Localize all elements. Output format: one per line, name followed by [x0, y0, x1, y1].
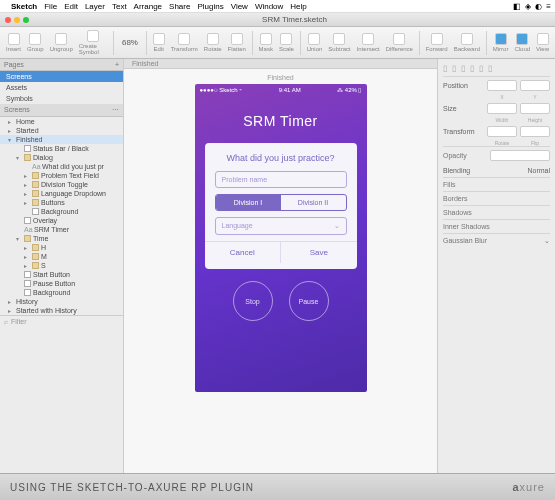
- tb-backward[interactable]: Backward: [452, 33, 482, 52]
- tb-forward[interactable]: Forward: [424, 33, 450, 52]
- tb-flatten[interactable]: Flatten: [225, 33, 247, 52]
- tb-cloud[interactable]: Cloud: [512, 33, 532, 52]
- tb-mirror[interactable]: Mirror: [491, 33, 511, 52]
- gaussian-blur-section[interactable]: Gaussian Blur ⌄: [443, 233, 550, 247]
- layer-row[interactable]: ▸Home: [0, 117, 123, 126]
- layer-row[interactable]: ▸Division Toggle: [0, 180, 123, 189]
- pos-x-field[interactable]: [487, 80, 517, 91]
- inspector-panel: ▯▯▯▯▯▯ Position XY Size WidthHeight Tran…: [437, 59, 555, 473]
- add-page-icon[interactable]: +: [115, 61, 119, 68]
- align-tools[interactable]: ▯▯▯▯▯▯: [443, 61, 550, 77]
- app-title: SRM Timer: [195, 113, 367, 129]
- filter-bar[interactable]: ⌕Filter: [0, 315, 123, 327]
- menu-window[interactable]: Window: [255, 2, 283, 11]
- layer-row[interactable]: ▸Problem Text Field: [0, 171, 123, 180]
- problem-name-field[interactable]: Problem name: [215, 171, 347, 188]
- tb-difference[interactable]: Difference: [384, 33, 415, 52]
- layer-row[interactable]: ▸S: [0, 261, 123, 270]
- layer-row[interactable]: Start Button: [0, 270, 123, 279]
- layer-row[interactable]: Background: [0, 207, 123, 216]
- dialog-heading: What did you just practice?: [215, 153, 347, 163]
- tb-group[interactable]: Group: [25, 33, 46, 52]
- position-label: Position: [443, 82, 468, 89]
- window-title: SRM Timer.sketch: [34, 15, 555, 24]
- layers-menu-icon[interactable]: ⋯: [112, 106, 119, 114]
- layer-row[interactable]: ▸Language Dropdown: [0, 189, 123, 198]
- pos-y-field[interactable]: [520, 80, 550, 91]
- artboard-label: Finished: [267, 71, 293, 84]
- fills-section[interactable]: Fills: [443, 177, 550, 191]
- rotate-field[interactable]: [487, 126, 517, 137]
- blend-mode-select[interactable]: Normal: [527, 167, 550, 174]
- save-button[interactable]: Save: [281, 242, 357, 263]
- zoom-window-button[interactable]: [23, 17, 29, 23]
- layer-row[interactable]: ▸History: [0, 297, 123, 306]
- dialog-card: What did you just practice? Problem name…: [205, 143, 357, 269]
- menu-plugins[interactable]: Plugins: [197, 2, 223, 11]
- tb-scale[interactable]: Scale: [277, 33, 296, 52]
- shadows-section[interactable]: Shadows: [443, 205, 550, 219]
- tb-view[interactable]: View: [534, 33, 551, 52]
- tb-rotate[interactable]: Rotate: [202, 33, 224, 52]
- layer-row[interactable]: ▸Started with History: [0, 306, 123, 315]
- opacity-slider[interactable]: [490, 150, 550, 161]
- tb-mask[interactable]: Mask: [257, 33, 275, 52]
- stop-button[interactable]: Stop: [233, 281, 273, 321]
- size-label: Size: [443, 105, 457, 112]
- page-screens[interactable]: Screens: [0, 71, 123, 82]
- width-field[interactable]: [487, 103, 517, 114]
- axure-logo: axure: [512, 481, 545, 493]
- division-1-option[interactable]: Division I: [216, 195, 281, 210]
- menu-help[interactable]: Help: [290, 2, 306, 11]
- layer-row[interactable]: ▸H: [0, 243, 123, 252]
- language-dropdown[interactable]: Language ⌄: [215, 217, 347, 235]
- height-field[interactable]: [520, 103, 550, 114]
- layer-row[interactable]: ▸Buttons: [0, 198, 123, 207]
- app-menu[interactable]: Sketch: [11, 2, 37, 11]
- tb-insert[interactable]: Insert: [4, 33, 23, 52]
- tb-intersect[interactable]: Intersect: [355, 33, 382, 52]
- tb-transform[interactable]: Transform: [169, 33, 200, 52]
- layer-row[interactable]: ▸M: [0, 252, 123, 261]
- tb-ungroup[interactable]: Ungroup: [48, 33, 75, 52]
- layer-row[interactable]: Background: [0, 288, 123, 297]
- menu-edit[interactable]: Edit: [64, 2, 78, 11]
- layer-row[interactable]: Status Bar / Black: [0, 144, 123, 153]
- layer-row[interactable]: ▾Time: [0, 234, 123, 243]
- menu-text[interactable]: Text: [112, 2, 127, 11]
- inner-shadows-section[interactable]: Inner Shadows: [443, 219, 550, 233]
- pause-button[interactable]: Pause: [289, 281, 329, 321]
- artboard-tab[interactable]: Finished: [124, 59, 437, 69]
- canvas-area[interactable]: Finished Finished ●●●●○ Sketch ⁃ 9:41 AM…: [124, 59, 437, 473]
- opacity-label: Opacity: [443, 152, 467, 159]
- minimize-window-button[interactable]: [14, 17, 20, 23]
- layer-row[interactable]: ▾Dialog: [0, 153, 123, 162]
- page-symbols[interactable]: Symbols: [0, 93, 123, 104]
- flip-field[interactable]: [520, 126, 550, 137]
- tb-subtract[interactable]: Subtract: [326, 33, 352, 52]
- division-2-option[interactable]: Division II: [281, 195, 346, 210]
- tb-edit[interactable]: Edit: [151, 33, 167, 52]
- blending-label: Blending: [443, 167, 470, 174]
- menu-arrange[interactable]: Arrange: [134, 2, 162, 11]
- menu-view[interactable]: View: [231, 2, 248, 11]
- artboard-phone[interactable]: ●●●●○ Sketch ⁃ 9:41 AM ⁂ 42% ▯ SRM Timer…: [195, 84, 367, 392]
- layer-row[interactable]: AaSRM Timer: [0, 225, 123, 234]
- tb-create-symbol[interactable]: Create Symbol: [77, 30, 110, 55]
- layer-row[interactable]: Overlay: [0, 216, 123, 225]
- cancel-button[interactable]: Cancel: [205, 242, 282, 263]
- layer-row[interactable]: Pause Button: [0, 279, 123, 288]
- layer-row[interactable]: ▸Started: [0, 126, 123, 135]
- borders-section[interactable]: Borders: [443, 191, 550, 205]
- close-window-button[interactable]: [5, 17, 11, 23]
- layer-row[interactable]: ▾Finished: [0, 135, 123, 144]
- zoom-level[interactable]: 68%: [118, 38, 142, 47]
- menu-file[interactable]: File: [44, 2, 57, 11]
- layer-row[interactable]: AaWhat did you just pr: [0, 162, 123, 171]
- menu-layer[interactable]: Layer: [85, 2, 105, 11]
- division-toggle[interactable]: Division I Division II: [215, 194, 347, 211]
- pages-header: Pages+: [0, 59, 123, 71]
- page-assets[interactable]: Assets: [0, 82, 123, 93]
- tb-union[interactable]: Union: [305, 33, 325, 52]
- menu-share[interactable]: Share: [169, 2, 190, 11]
